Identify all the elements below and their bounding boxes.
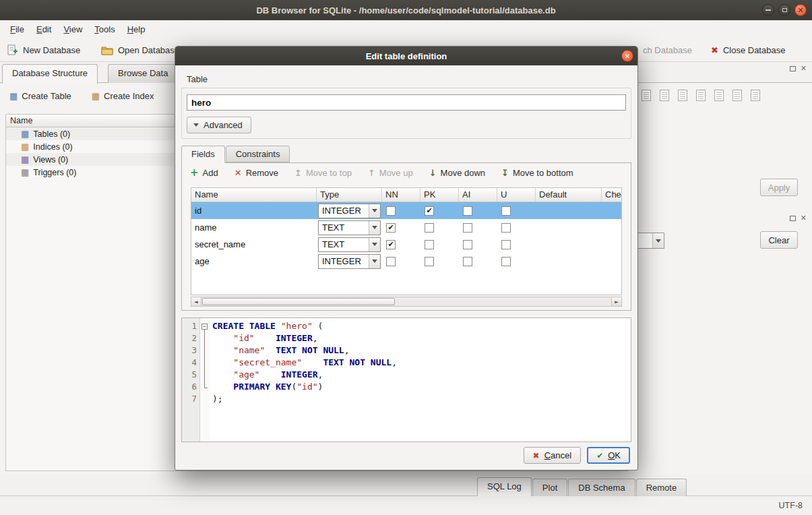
chevron-down-icon[interactable] bbox=[369, 238, 380, 251]
tab-plot[interactable]: Plot bbox=[532, 479, 567, 496]
header-pk[interactable]: PK bbox=[420, 188, 459, 202]
clear-button[interactable]: Clear bbox=[760, 231, 798, 249]
nn-checkbox[interactable] bbox=[386, 257, 396, 266]
check-cell[interactable] bbox=[602, 202, 621, 219]
move-down-button[interactable]: ↓ Move down bbox=[429, 168, 485, 178]
type-combobox[interactable]: INTEGER bbox=[318, 204, 381, 218]
default-cell[interactable] bbox=[536, 219, 602, 236]
menu-tools[interactable]: Tools bbox=[88, 22, 121, 36]
check-cell[interactable] bbox=[602, 236, 621, 253]
attach-database-button[interactable]: ch Database bbox=[639, 40, 696, 59]
advanced-toggle-button[interactable]: Advanced bbox=[187, 117, 251, 133]
tab-fields[interactable]: Fields bbox=[181, 146, 225, 163]
nn-checkbox[interactable] bbox=[386, 240, 396, 249]
type-combobox[interactable]: INTEGER bbox=[318, 254, 381, 269]
field-name-cell[interactable]: id bbox=[191, 202, 317, 219]
tab-database-structure[interactable]: Database Structure bbox=[2, 64, 98, 84]
close-dock-icon[interactable]: ✕ bbox=[801, 214, 807, 222]
window-titlebar[interactable]: DB Browser for SQLite - /home/user/code/… bbox=[0, 0, 812, 20]
ai-checkbox[interactable] bbox=[463, 240, 472, 249]
close-window-button[interactable]: ✕ bbox=[794, 4, 807, 16]
tab-browse-data[interactable]: Browse Data bbox=[108, 64, 178, 83]
field-name-cell[interactable]: age bbox=[191, 253, 317, 270]
default-cell[interactable] bbox=[536, 202, 602, 219]
encoding-indicator[interactable]: UTF-8 bbox=[779, 501, 803, 510]
chevron-down-icon[interactable] bbox=[369, 255, 380, 268]
menu-help[interactable]: Help bbox=[121, 22, 152, 36]
chevron-down-icon[interactable] bbox=[369, 204, 380, 218]
tab-sql-log[interactable]: SQL Log bbox=[477, 477, 532, 496]
type-combobox[interactable]: TEXT bbox=[318, 220, 381, 235]
pk-checkbox[interactable] bbox=[425, 240, 434, 249]
move-up-button[interactable]: ↑ Move up bbox=[368, 168, 413, 178]
header-u[interactable]: U bbox=[497, 188, 536, 202]
move-to-top-button[interactable]: ↥ Move to top bbox=[294, 168, 352, 178]
float-dock-icon[interactable] bbox=[790, 216, 796, 221]
header-nn[interactable]: NN bbox=[382, 188, 420, 202]
ai-checkbox[interactable] bbox=[463, 206, 472, 216]
header-ai[interactable]: AI bbox=[459, 188, 497, 202]
cancel-button[interactable]: ✖ Cancel bbox=[524, 447, 582, 464]
field-row-id[interactable]: id INTEGER bbox=[191, 202, 621, 219]
header-default[interactable]: Default bbox=[536, 188, 602, 202]
maximize-button[interactable] bbox=[778, 4, 790, 16]
tab-db-schema[interactable]: DB Schema bbox=[568, 479, 635, 496]
pk-checkbox[interactable] bbox=[425, 206, 434, 216]
u-checkbox[interactable] bbox=[501, 206, 511, 216]
pk-checkbox[interactable] bbox=[425, 257, 434, 266]
document-icon[interactable] bbox=[660, 90, 669, 101]
document-icon[interactable] bbox=[642, 90, 651, 101]
float-dock-icon[interactable] bbox=[790, 66, 796, 71]
fold-toggle-icon[interactable]: − bbox=[201, 324, 208, 330]
sql-preview[interactable]: 1234567 − CREATE TABLE "hero" ( "id" INT… bbox=[181, 317, 631, 442]
document-icon[interactable] bbox=[696, 90, 706, 101]
horizontal-scrollbar[interactable]: ◄ ► bbox=[191, 297, 622, 307]
scroll-left-icon[interactable]: ◄ bbox=[191, 297, 201, 306]
add-field-button[interactable]: + Add bbox=[190, 168, 218, 178]
move-to-bottom-button[interactable]: ↧ Move to bottom bbox=[501, 168, 573, 178]
header-name[interactable]: Name bbox=[191, 188, 317, 202]
header-type[interactable]: Type bbox=[317, 188, 382, 202]
nn-checkbox[interactable] bbox=[386, 206, 396, 216]
u-checkbox[interactable] bbox=[501, 257, 511, 266]
apply-button[interactable]: Apply bbox=[760, 179, 798, 196]
chevron-down-icon[interactable] bbox=[369, 221, 380, 235]
scrollbar-thumb[interactable] bbox=[202, 298, 395, 305]
document-icon[interactable] bbox=[751, 90, 760, 101]
nn-checkbox[interactable] bbox=[386, 223, 396, 233]
ai-checkbox[interactable] bbox=[463, 223, 472, 233]
u-checkbox[interactable] bbox=[501, 240, 511, 249]
create-index-button[interactable]: ▦ Create Index bbox=[88, 88, 158, 104]
close-database-button[interactable]: ✖ Close Database bbox=[707, 40, 789, 59]
table-name-input[interactable] bbox=[187, 94, 626, 111]
check-cell[interactable] bbox=[602, 219, 621, 236]
field-name-cell[interactable]: name bbox=[191, 219, 317, 236]
ai-checkbox[interactable] bbox=[463, 257, 472, 266]
header-check[interactable]: Check bbox=[602, 188, 621, 202]
new-database-button[interactable]: New Database bbox=[3, 40, 84, 59]
minimize-button[interactable] bbox=[762, 4, 774, 16]
ok-button[interactable]: ✔ OK bbox=[587, 447, 630, 464]
document-icon[interactable] bbox=[732, 90, 742, 101]
menu-file[interactable]: File bbox=[4, 22, 30, 36]
dialog-close-button[interactable]: ✕ bbox=[621, 50, 633, 62]
pk-checkbox[interactable] bbox=[425, 223, 434, 233]
field-row-name[interactable]: name TEXT bbox=[191, 219, 621, 236]
tab-remote[interactable]: Remote bbox=[636, 479, 687, 496]
type-combobox[interactable]: TEXT bbox=[318, 237, 381, 252]
default-cell[interactable] bbox=[536, 253, 602, 270]
dialog-titlebar[interactable]: Edit table definition ✕ bbox=[175, 47, 637, 65]
menu-edit[interactable]: Edit bbox=[30, 22, 57, 36]
check-cell[interactable] bbox=[602, 253, 621, 270]
document-icon[interactable] bbox=[714, 90, 724, 101]
menu-view[interactable]: View bbox=[57, 22, 88, 36]
remove-field-button[interactable]: ✕ Remove bbox=[235, 168, 278, 178]
field-name-cell[interactable]: secret_name bbox=[191, 236, 317, 253]
open-database-button[interactable]: Open Database bbox=[97, 40, 183, 59]
chevron-down-icon[interactable] bbox=[652, 233, 664, 248]
document-icon[interactable] bbox=[678, 90, 687, 101]
scroll-right-icon[interactable]: ► bbox=[611, 297, 621, 306]
field-row-age[interactable]: age INTEGER bbox=[191, 253, 621, 270]
create-table-button[interactable]: ▦ Create Table bbox=[5, 88, 75, 104]
close-dock-icon[interactable]: ✕ bbox=[801, 65, 807, 72]
